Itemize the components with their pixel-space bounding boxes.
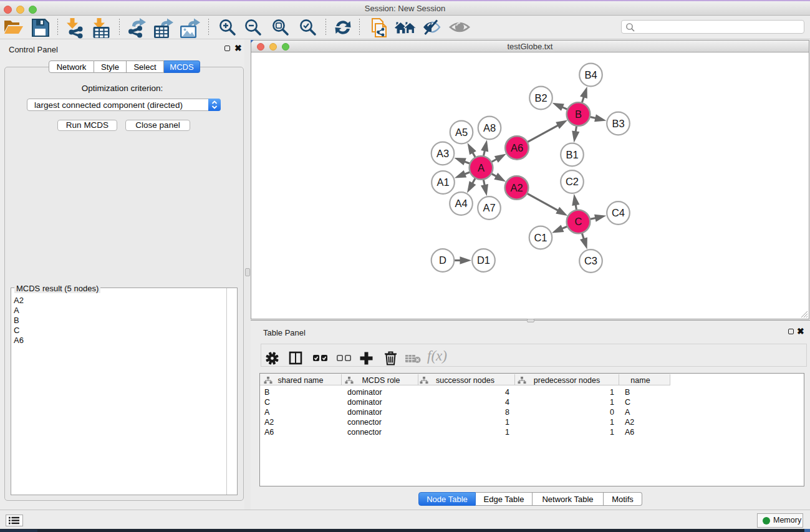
svg-text:A1: A1 xyxy=(436,177,449,188)
svg-text:C1: C1 xyxy=(534,232,547,243)
svg-text:C2: C2 xyxy=(566,176,579,187)
svg-text:D1: D1 xyxy=(477,254,490,266)
svg-text:D: D xyxy=(439,254,446,266)
svg-text:A7: A7 xyxy=(483,202,495,213)
svg-text:A: A xyxy=(478,162,485,173)
svg-text:B3: B3 xyxy=(612,118,624,129)
svg-text:B1: B1 xyxy=(566,149,578,160)
svg-text:A5: A5 xyxy=(455,127,468,138)
svg-text:B4: B4 xyxy=(584,69,597,80)
svg-text:A3: A3 xyxy=(436,148,449,159)
svg-text:A4: A4 xyxy=(455,198,467,209)
svg-text:B2: B2 xyxy=(534,92,547,104)
svg-text:C3: C3 xyxy=(584,255,597,266)
svg-text:A8: A8 xyxy=(483,122,496,133)
svg-text:C: C xyxy=(575,216,582,227)
svg-text:C4: C4 xyxy=(612,207,625,218)
svg-text:A2: A2 xyxy=(510,182,523,193)
svg-text:A6: A6 xyxy=(511,142,523,153)
svg-text:B: B xyxy=(575,109,582,120)
